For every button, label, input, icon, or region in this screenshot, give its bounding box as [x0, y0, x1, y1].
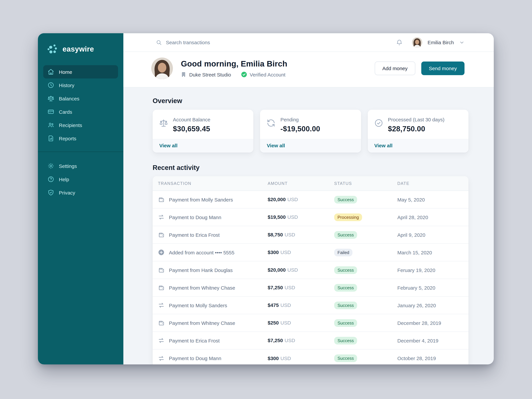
transaction-date: Feruary 19, 2020 — [397, 267, 463, 273]
home-icon — [48, 69, 54, 75]
amount-currency: USD — [285, 337, 295, 343]
transaction-date: December 4, 2019 — [397, 338, 463, 343]
sidebar-item-label: Settings — [59, 163, 77, 169]
gear-icon — [48, 163, 54, 169]
sidebar-item-history[interactable]: History — [43, 78, 118, 92]
amount-currency: USD — [285, 285, 295, 290]
sidebar-item-privacy[interactable]: Privacy — [43, 186, 118, 199]
view-all-link[interactable]: View all — [267, 143, 285, 148]
overview-cards: Account Balance $30,659.45 View all Pend… — [153, 110, 469, 153]
status-badge: Success — [334, 231, 357, 239]
sidebar-divider — [38, 152, 123, 152]
amount-value: $8,750 — [268, 232, 283, 237]
status-badge: Success — [334, 337, 357, 344]
table-row[interactable]: Payment from Whitney Chase $7,250USD Suc… — [153, 279, 469, 297]
main-area: Emilia Birch Good morning, Emilia Birch … — [123, 33, 494, 364]
stage: easywire Home History Balances Cards — [0, 0, 532, 399]
amount-value: $20,000 — [268, 196, 286, 202]
overview-card-balance: Account Balance $30,659.45 View all — [153, 110, 253, 153]
table-row[interactable]: Payment to Erica Frost $8,750USD Success… — [153, 226, 469, 244]
clock-icon — [48, 82, 54, 89]
topbar: Emilia Birch — [123, 33, 494, 52]
wallet-icon — [158, 196, 165, 203]
transaction-date: April 28, 2020 — [397, 214, 463, 220]
table-row[interactable]: Payment to Doug Mann $300USD Success Oct… — [153, 349, 469, 364]
card-value: $28,750.00 — [388, 125, 444, 133]
scale-icon — [159, 119, 168, 127]
sidebar-item-balances[interactable]: Balances — [43, 92, 118, 105]
send-money-button[interactable]: Send money — [421, 62, 464, 75]
view-all-link[interactable]: View all — [374, 143, 393, 148]
sidebar-item-label: History — [59, 82, 74, 88]
notification-bell-icon[interactable] — [396, 39, 403, 46]
amount-currency: USD — [280, 320, 291, 325]
sidebar-item-help[interactable]: Help — [43, 173, 118, 186]
table-row[interactable]: Payment to Molly Sanders $475USD Success… — [153, 297, 469, 314]
sidebar-item-label: Balances — [59, 95, 79, 101]
greeting-subrow: Duke Street Studio Verified Account — [181, 71, 287, 77]
shield-check-icon — [48, 189, 54, 196]
transaction-name: Payment from Molly Sanders — [169, 197, 233, 202]
card-label: Processed (Last 30 days) — [388, 117, 444, 122]
sidebar-item-home[interactable]: Home — [43, 65, 118, 78]
transaction-name: Payment from Whitney Chase — [169, 285, 235, 291]
transaction-date: May 5, 2020 — [397, 197, 463, 202]
transfer-icon — [158, 214, 165, 221]
sidebar-item-label: Help — [59, 176, 69, 182]
sidebar-item-reports[interactable]: Reports — [43, 132, 118, 145]
status-badge: Success — [334, 196, 357, 203]
status-badge: Failed — [334, 248, 353, 256]
amount-value: $20,000 — [268, 267, 286, 273]
column-header-transaction: TRANSACTION — [158, 181, 268, 186]
wallet-icon — [158, 231, 165, 238]
status-badge: Success — [334, 355, 357, 362]
add-money-button[interactable]: Add money — [375, 62, 415, 75]
sidebar-item-cards[interactable]: Cards — [43, 105, 118, 118]
transaction-name: Payment to Doug Mann — [169, 214, 221, 220]
transaction-name: Payment to Erica Frost — [169, 232, 220, 238]
table-row[interactable]: Payment to Doug Mann $19,500USD Processi… — [153, 209, 469, 226]
chevron-down-icon[interactable] — [459, 40, 464, 45]
transaction-date: January 26, 2020 — [397, 302, 463, 308]
user-avatar[interactable] — [412, 37, 422, 48]
overview-card-pending: Pending -$19,500.00 View all — [260, 110, 361, 153]
page-title: Good morning, Emilia Birch — [181, 59, 287, 69]
column-header-amount: AMOUNT — [268, 181, 334, 186]
amount-currency: USD — [280, 355, 291, 361]
status-badge: Success — [334, 319, 357, 327]
sidebar-nav: Home History Balances Cards Recipients — [43, 65, 118, 145]
sidebar-item-label: Recipients — [59, 122, 82, 128]
card-label: Pending — [280, 117, 320, 122]
greeting-block: Good morning, Emilia Birch Duke Street S… — [181, 59, 287, 77]
amount-currency: USD — [280, 302, 291, 308]
column-header-status: STATUS — [334, 181, 397, 186]
transaction-name: Payment to Doug Mann — [169, 355, 221, 361]
sidebar-item-settings[interactable]: Settings — [43, 159, 118, 173]
view-all-link[interactable]: View all — [159, 143, 177, 148]
table-header-row: TRANSACTION AMOUNT STATUS DATE — [153, 176, 469, 191]
amount-currency: USD — [287, 214, 298, 220]
scale-icon — [48, 95, 54, 102]
table-row[interactable]: Payment from Molly Sanders $20,000USD Su… — [153, 191, 469, 209]
amount-value: $7,250 — [268, 285, 283, 290]
sidebar-item-label: Home — [59, 69, 72, 75]
table-row[interactable]: Added from account •••• 5555 $300USD Fai… — [153, 244, 469, 261]
table-row[interactable]: Payment from Whitney Chase $250USD Succe… — [153, 314, 469, 332]
status-badge: Success — [334, 266, 357, 274]
sidebar-item-recipients[interactable]: Recipients — [43, 118, 118, 132]
user-name[interactable]: Emilia Birch — [428, 40, 454, 45]
table-row[interactable]: Payment to Erica Frost $7,250USD Success… — [153, 332, 469, 349]
transfer-icon — [158, 302, 165, 309]
wallet-icon — [158, 267, 165, 273]
status-badge: Success — [334, 284, 357, 291]
transaction-name: Payment to Molly Sanders — [169, 302, 227, 308]
transaction-date: December 28, 2019 — [397, 320, 463, 326]
search-icon — [156, 39, 162, 45]
card-value: $30,659.45 — [173, 125, 210, 133]
logo: easywire — [43, 43, 118, 55]
report-icon — [48, 135, 54, 142]
activity-table: TRANSACTION AMOUNT STATUS DATE Payment f… — [153, 176, 469, 364]
transaction-name: Payment from Hank Douglas — [169, 267, 233, 273]
table-row[interactable]: Payment from Hank Douglas $20,000USD Suc… — [153, 261, 469, 279]
search-input[interactable] — [166, 40, 306, 45]
